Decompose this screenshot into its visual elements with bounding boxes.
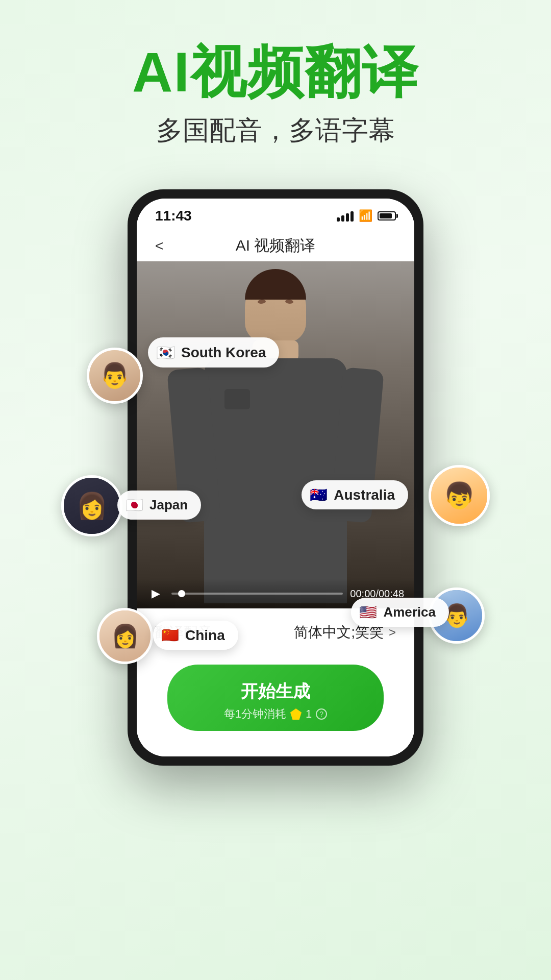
left-eye [258, 299, 266, 304]
status-bar: 11:43 📶 [137, 199, 414, 228]
avatar-chinese: 👩 [97, 608, 153, 664]
person-head [245, 277, 306, 343]
signal-bars-icon [337, 210, 354, 222]
page-container: AI视频翻译 多国配音，多语字幕 👨 🇰🇷 South Korea 👩 🇯🇵 J… [0, 0, 551, 766]
gem-icon [290, 708, 302, 720]
right-eye [285, 299, 294, 304]
question-icon[interactable]: ? [316, 708, 327, 720]
wifi-icon: 📶 [359, 209, 372, 223]
person-head-area [245, 277, 306, 338]
main-title: AI视频翻译 [20, 41, 531, 103]
avatar-australian: 👦 [429, 465, 490, 526]
back-button[interactable]: < [155, 238, 163, 254]
label-china: China [185, 627, 225, 644]
label-australia: Australia [334, 487, 395, 503]
tag-china: 🇨🇳 China [153, 621, 238, 650]
status-icons: 📶 [337, 209, 396, 223]
tag-japan: 🇯🇵 Japan [117, 491, 201, 520]
start-button-label: 开始生成 [167, 680, 384, 703]
signal-bar-4 [350, 211, 354, 222]
shirt-pocket [224, 389, 250, 409]
flag-japan: 🇯🇵 [126, 497, 143, 513]
avatar-japanese: 👩 [61, 475, 122, 536]
tag-america: 🇺🇸 America [351, 598, 449, 627]
start-button[interactable]: 开始生成 每1分钟消耗 1 ? [167, 665, 384, 731]
nav-bar: < AI 视频翻译 [137, 228, 414, 261]
tag-south-korea: 🇰🇷 South Korea [148, 337, 279, 368]
progress-dot [178, 590, 185, 597]
cost-value: 1 [306, 707, 312, 721]
play-button[interactable]: ▶ [147, 585, 164, 602]
phone-wrapper: 👨 🇰🇷 South Korea 👩 🇯🇵 Japan 👦 🇦🇺 Austral… [0, 189, 551, 766]
flag-australia: 🇦🇺 [310, 486, 328, 503]
battery-icon [378, 211, 396, 220]
flag-south-korea: 🇰🇷 [156, 344, 175, 361]
avatar-korean: 👨 [87, 348, 143, 404]
page-title: AI 视频翻译 [236, 235, 316, 256]
label-japan: Japan [149, 497, 188, 513]
signal-bar-2 [341, 215, 344, 222]
video-area: ▶ 00:00/00:48 [137, 261, 414, 608]
label-america: America [383, 604, 436, 620]
battery-fill [380, 213, 392, 218]
header-section: AI视频翻译 多国配音，多语字幕 [0, 0, 551, 169]
label-south-korea: South Korea [181, 345, 266, 361]
sub-title: 多国配音，多语字幕 [20, 113, 531, 149]
flag-china: 🇨🇳 [161, 627, 179, 644]
phone-mockup: 11:43 📶 [128, 189, 423, 766]
progress-bar[interactable] [171, 593, 343, 595]
start-section: 开始生成 每1分钟消耗 1 ? [137, 654, 414, 756]
chevron-right-icon[interactable]: > [389, 625, 396, 640]
tag-australia: 🇦🇺 Australia [302, 480, 408, 509]
cost-prefix: 每1分钟消耗 [224, 706, 286, 722]
status-time: 11:43 [155, 208, 192, 224]
flag-america: 🇺🇸 [359, 604, 377, 621]
video-content [137, 261, 414, 608]
start-button-sub: 每1分钟消耗 1 ? [167, 706, 384, 726]
signal-bar-1 [337, 217, 340, 222]
signal-bar-3 [346, 213, 349, 222]
phone-screen: 11:43 📶 [137, 199, 414, 756]
